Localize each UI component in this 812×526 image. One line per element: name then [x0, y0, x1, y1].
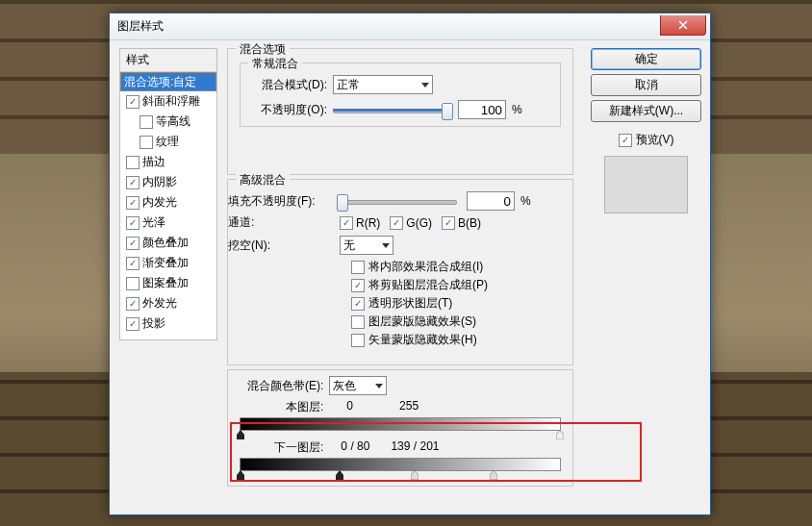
styles-header: 样式 — [120, 49, 216, 72]
chevron-down-icon — [382, 243, 390, 248]
style-label: 斜面和浮雕 — [142, 93, 200, 110]
preview-label: 预览(V) — [636, 132, 674, 148]
channel-b-checkbox[interactable] — [442, 216, 455, 230]
percent-label: % — [520, 194, 531, 208]
percent-label: % — [512, 103, 522, 116]
slider-stop[interactable] — [556, 430, 564, 439]
slider-stop[interactable] — [237, 470, 244, 480]
style-item-7[interactable]: 光泽 — [120, 213, 216, 233]
style-item-2[interactable]: 等高线 — [120, 112, 216, 132]
adv-opt-2[interactable]: 透明形状图层(T) — [351, 295, 488, 312]
blendif-label: 混合颜色带(E): — [247, 378, 323, 394]
style-checkbox[interactable] — [126, 277, 140, 290]
style-item-10[interactable]: 图案叠加 — [120, 273, 216, 293]
style-label: 投影 — [142, 315, 165, 332]
style-item-3[interactable]: 纹理 — [120, 132, 216, 152]
adv-opt-checkbox[interactable] — [351, 279, 365, 292]
blend-mode-select[interactable]: 正常 — [333, 75, 433, 94]
style-item-8[interactable]: 颜色叠加 — [120, 233, 216, 253]
channel-r-checkbox[interactable] — [340, 216, 353, 230]
new-style-button[interactable]: 新建样式(W)... — [591, 100, 701, 122]
blend-mode-value: 正常 — [337, 77, 360, 93]
knockout-label: 挖空(N): — [228, 238, 336, 254]
fill-opacity-slider[interactable] — [342, 193, 457, 209]
adv-opt-3[interactable]: 图层蒙版隐藏效果(S) — [351, 313, 488, 330]
slider-stop[interactable] — [411, 470, 419, 480]
normal-blending-group: 常规混合 混合模式(D): 正常 不透明度(O): % — [240, 63, 561, 127]
style-checkbox[interactable] — [126, 95, 140, 109]
blendif-select[interactable]: 灰色 — [329, 376, 387, 395]
cancel-button[interactable]: 取消 — [591, 74, 701, 96]
style-item-5[interactable]: 内阴影 — [120, 172, 216, 192]
slider-stop[interactable] — [237, 430, 244, 439]
subgroup-title: 常规混合 — [248, 56, 302, 72]
advanced-blending-group: 高级混合 填充不透明度(F): % 通道: R(R) G(G) B(B) 挖空(… — [227, 179, 573, 365]
actions-column: 确定 取消 新建样式(W)... 预览(V) — [592, 48, 700, 213]
style-label: 光泽 — [142, 214, 165, 231]
style-label: 渐变叠加 — [142, 255, 189, 271]
style-label: 描边 — [142, 154, 165, 170]
style-item-11[interactable]: 外发光 — [120, 293, 216, 313]
slider-stop[interactable] — [336, 470, 343, 480]
group-title: 高级混合 — [236, 172, 290, 188]
ok-button[interactable]: 确定 — [591, 48, 701, 70]
blendif-value: 灰色 — [333, 378, 356, 394]
under-val2: 139 — [391, 439, 410, 453]
this-layer-label: 本图层: — [286, 399, 323, 415]
style-checkbox[interactable] — [126, 317, 140, 331]
titlebar[interactable]: 图层样式 — [110, 13, 710, 40]
window-title: 图层样式 — [117, 18, 164, 35]
style-item-1[interactable]: 斜面和浮雕 — [120, 91, 216, 112]
blending-options-group: 混合选项 常规混合 混合模式(D): 正常 不透明度(O): % — [227, 48, 573, 175]
adv-opt-1[interactable]: 将剪贴图层混合成组(P) — [351, 277, 488, 293]
style-checkbox[interactable] — [126, 176, 140, 189]
preview-checkbox[interactable] — [619, 134, 632, 147]
style-checkbox[interactable] — [126, 156, 140, 169]
opacity-slider[interactable] — [333, 102, 448, 117]
preview-swatch — [604, 156, 688, 213]
slider-stop[interactable] — [490, 470, 497, 480]
channel-g-checkbox[interactable] — [390, 216, 403, 230]
under-layer-gradient[interactable] — [240, 458, 561, 471]
chevron-down-icon — [375, 384, 383, 388]
style-checkbox[interactable] — [126, 216, 140, 230]
this-layer-gradient[interactable] — [240, 417, 561, 431]
style-label: 纹理 — [156, 134, 179, 150]
opacity-input[interactable] — [458, 100, 506, 119]
style-label: 颜色叠加 — [142, 235, 189, 251]
styles-panel: 样式 混合选项:自定斜面和浮雕等高线纹理描边内阴影内发光光泽颜色叠加渐变叠加图案… — [119, 48, 217, 340]
adv-opt-checkbox[interactable] — [351, 334, 365, 347]
style-checkbox[interactable] — [126, 297, 140, 311]
style-checkbox[interactable] — [126, 237, 140, 250]
style-item-12[interactable]: 投影 — [120, 313, 216, 334]
knockout-select[interactable]: 无 — [340, 236, 393, 255]
channel-label: 通道: — [228, 214, 336, 231]
style-checkbox[interactable] — [140, 115, 153, 129]
under-val3: 201 — [419, 439, 439, 453]
style-checkbox[interactable] — [126, 196, 140, 210]
under-val0: 0 — [341, 439, 347, 453]
style-item-0[interactable]: 混合选项:自定 — [120, 72, 216, 91]
style-item-9[interactable]: 渐变叠加 — [120, 253, 216, 273]
adv-opt-checkbox[interactable] — [351, 297, 365, 311]
chevron-down-icon — [421, 83, 429, 88]
adv-opt-4[interactable]: 矢量蒙版隐藏效果(H) — [351, 332, 488, 348]
style-item-6[interactable]: 内发光 — [120, 192, 216, 213]
fill-opacity-input[interactable] — [467, 191, 515, 211]
adv-opt-0[interactable]: 将内部效果混合成组(I) — [351, 259, 488, 275]
style-checkbox[interactable] — [126, 257, 140, 270]
layer-style-dialog: 图层样式 样式 混合选项:自定斜面和浮雕等高线纹理描边内阴影内发光光泽颜色叠加渐… — [109, 13, 711, 515]
this-layer-val1: 255 — [399, 399, 419, 415]
close-button[interactable] — [660, 15, 706, 36]
channel-r-label: R(R) — [356, 216, 380, 230]
adv-opt-checkbox[interactable] — [351, 261, 365, 274]
adv-opt-label: 将剪贴图层混合成组(P) — [368, 277, 488, 293]
style-checkbox[interactable] — [140, 136, 153, 149]
style-label: 内阴影 — [142, 174, 177, 190]
style-item-4[interactable]: 描边 — [120, 152, 216, 172]
blend-if-group: 混合颜色带(E): 灰色 本图层: 0 255 下一图层 — [227, 369, 573, 487]
blend-mode-label: 混合模式(D): — [241, 77, 327, 93]
adv-opt-checkbox[interactable] — [351, 315, 365, 329]
adv-opt-label: 图层蒙版隐藏效果(S) — [368, 313, 476, 330]
channel-b-label: B(B) — [458, 216, 481, 230]
